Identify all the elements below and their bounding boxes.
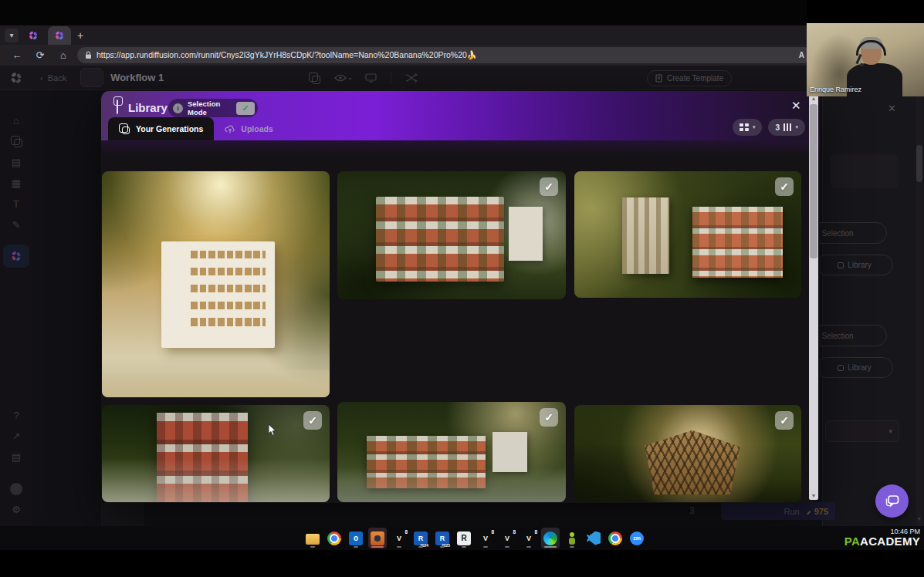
tile-selected-check-icon[interactable]: ✓ [540,408,558,427]
design-app-8-icon[interactable]: V8 [476,528,495,548]
tile-selected-check-icon[interactable]: ✓ [775,177,794,196]
zoom-icon[interactable]: zm [628,528,646,548]
tab-uploads[interactable]: Uploads [214,117,283,140]
url-field[interactable]: https://app.rundiffusion.com/runnit/Cnys… [77,47,812,63]
revit-2025-icon[interactable]: R2025 [433,528,452,548]
columns-icon [784,123,792,131]
grid-view-icon [740,123,749,131]
rundiffusion-favicon [54,30,65,41]
browser-tabstrip: ▾ + [0,25,924,45]
windows-start-icon[interactable] [282,528,300,548]
grid-view-button[interactable]: ▾ [733,119,762,136]
selection-mode-toggle[interactable]: ✓ [236,102,255,115]
outlook-icon[interactable]: o [347,528,365,548]
design-app-8-icon[interactable]: V8 [390,528,408,548]
bottom-letterbox [0,550,924,577]
info-icon: i [173,103,183,113]
columns-count-button[interactable]: 3 ▾ [768,119,805,136]
tile-selected-check-icon[interactable]: ✓ [775,411,794,430]
rundiffusion-favicon [28,30,39,41]
vscode-icon[interactable] [584,528,603,548]
back-icon[interactable]: ← [11,49,23,61]
generations-tab-icon [122,127,130,134]
file-explorer-icon[interactable] [303,528,322,548]
webcam-name-label: Enrique Ramirez [810,86,861,93]
taskbar-apps: oV8R2024R2025RV8V8V8zm [282,528,646,548]
headset-mic-tip [860,63,864,66]
cursor-pointer [266,423,276,437]
generation-tile[interactable] [102,171,330,397]
generation-tile[interactable]: ✓ [337,171,566,299]
generation-tile[interactable]: ✓ [102,405,330,502]
revit-2024-icon[interactable]: R2024 [411,528,430,548]
ground-shape [102,370,330,397]
refresh-icon[interactable]: ⟳ [34,49,46,61]
chrome-icon[interactable] [325,528,344,548]
upload-cloud-icon [225,125,235,133]
design-app-8-icon[interactable]: V8 [520,528,538,548]
selection-mode-pill: i Selection Mode ✓ [168,99,258,117]
selection-mode-label: Selection Mode [188,100,232,116]
browser-tab-active[interactable] [48,26,71,45]
design-app-8-icon[interactable]: V8 [498,528,516,548]
webcam-video: Enrique Ramirez [807,23,924,96]
app-page: ‹Back Workflow 1 ▾ Create Template ⌂ [0,66,924,526]
screen: ▾ + ← ⟳ ⌂ https://app.rundiffusion.com/r… [0,0,924,577]
generation-tile[interactable]: ✓ [574,171,801,298]
uploads-tab-label: Uploads [241,124,272,133]
generation-tile[interactable]: ✓ [574,405,801,502]
scroll-down-icon[interactable]: ▼ [809,493,818,498]
tab-list-chevron-icon[interactable]: ▾ [5,29,19,42]
modal-close-icon[interactable]: ✕ [791,99,801,113]
chat-fab-button[interactable] [875,484,909,518]
tile-selected-check-icon[interactable]: ✓ [303,411,322,430]
tab-your-generations[interactable]: Your Generations [108,117,214,140]
generations-tab-label: Your Generations [136,124,203,133]
presenter-app-icon[interactable] [368,528,387,548]
windows-taskbar: oV8R2024R2025RV8V8V8zm [0,526,924,550]
pa-academy-watermark: PAACADEMY [844,535,920,547]
mist-overlay [102,458,330,502]
library-modal: Library i Selection Mode ✓ ✕ Your Genera… [101,91,820,503]
building-shape [376,197,504,282]
cube-shape [509,207,543,261]
url-text: https://app.rundiffusion.com/runnit/Cnys… [96,50,794,60]
lock-icon [85,51,92,59]
edge-icon[interactable] [541,528,560,548]
chrome-2-icon[interactable] [606,528,624,548]
building-shape [622,197,670,273]
cube-shape [492,432,526,472]
home-icon[interactable]: ⌂ [57,49,69,61]
modal-header: Library i Selection Mode ✓ ✕ Your Genera… [101,91,820,140]
chevron-down-icon: ▾ [795,124,798,130]
taskbar-tray: 10:46 PM PAACADEMY [844,528,920,547]
revit-icon[interactable]: R [455,528,473,548]
library-modal-icon [117,100,118,114]
mist-overlay [337,467,566,503]
modal-title: Library [128,101,168,114]
window-titlebar [0,0,924,25]
modal-scrollbar[interactable]: ▲ ▼ [809,94,818,500]
webcam-overlay: Enrique Ramirez [807,0,924,96]
translate-icon[interactable]: A [799,51,804,59]
generation-tile[interactable]: ✓ [337,402,566,502]
pavilion-shape [645,430,740,494]
browser-urlbar: ← ⟳ ⌂ https://app.rundiffusion.com/runni… [0,45,924,66]
assistant-app-icon[interactable] [563,528,581,548]
building-shape [161,241,276,348]
columns-count-value: 3 [775,123,780,132]
building-shape [692,207,784,278]
chat-bubbles-icon [884,494,901,509]
chevron-down-icon: ▾ [753,124,756,130]
scroll-up-icon[interactable]: ▲ [809,96,818,101]
new-tab-button[interactable]: + [77,29,83,42]
modal-scrollbar-thumb[interactable] [810,104,817,258]
browser-tab-inactive[interactable] [22,27,45,44]
tile-selected-check-icon[interactable]: ✓ [540,177,558,196]
